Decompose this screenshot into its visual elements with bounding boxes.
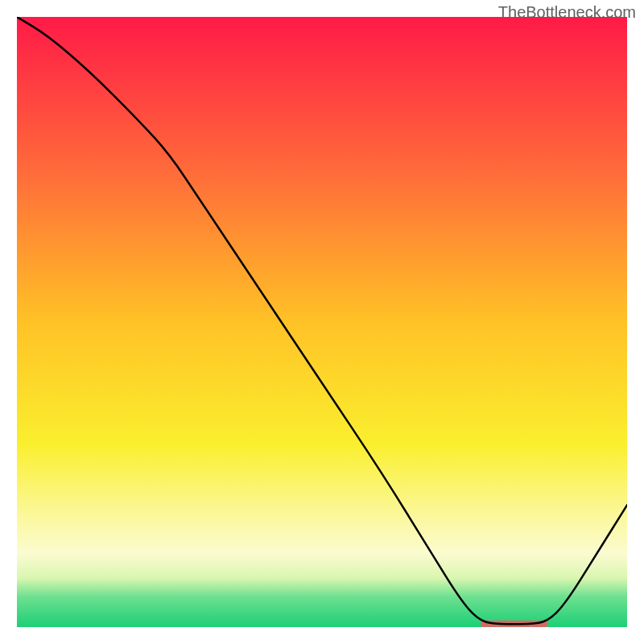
chart-svg — [17, 17, 627, 627]
chart-background — [17, 17, 627, 627]
watermark-text: TheBottleneck.com — [498, 3, 636, 22]
chart-plot-area — [17, 17, 627, 627]
